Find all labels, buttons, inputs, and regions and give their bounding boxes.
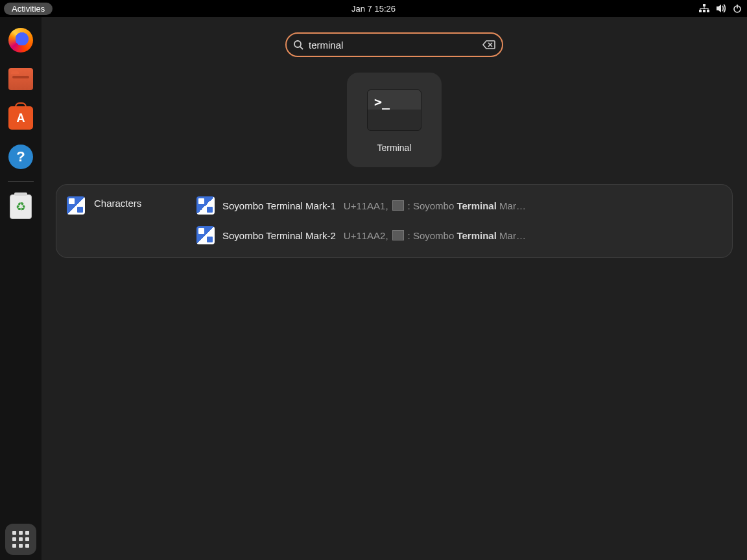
search-field[interactable]: [285, 32, 503, 57]
svg-rect-2: [703, 10, 706, 12]
top-bar: Activities Jan 7 15:26: [0, 0, 747, 17]
dock-help[interactable]: ?: [8, 144, 34, 170]
character-meta: U+11AA2, : Soyombo Terminal Mar…: [344, 230, 526, 241]
character-glyph-icon: [196, 196, 215, 215]
grid-icon: [12, 531, 29, 548]
character-glyph-icon: [196, 226, 215, 244]
svg-rect-0: [703, 4, 706, 6]
placeholder-glyph-icon: [392, 200, 404, 211]
files-icon: [8, 68, 33, 90]
characters-result-row[interactable]: Soyombo Terminal Mark-2 U+11AA2, : Soyom…: [196, 226, 722, 244]
dock-ubuntu-software[interactable]: [8, 105, 34, 131]
characters-results-panel: Characters Soyombo Terminal Mark-1 U+11A…: [56, 184, 733, 258]
dock: ? ♻: [0, 17, 42, 560]
help-icon: ?: [8, 145, 33, 169]
show-applications-button[interactable]: [5, 524, 36, 555]
characters-header[interactable]: Characters: [67, 196, 177, 244]
character-name: Soyombo Terminal Mark-1: [222, 200, 336, 211]
dock-firefox[interactable]: [8, 27, 34, 53]
svg-line-11: [300, 47, 303, 49]
clock[interactable]: Jan 7 15:26: [0, 4, 747, 14]
dock-trash[interactable]: ♻: [8, 194, 34, 220]
search-input[interactable]: [309, 40, 477, 51]
ubuntu-software-icon: [8, 106, 33, 130]
svg-point-10: [294, 41, 301, 47]
network-icon[interactable]: [699, 4, 709, 13]
terminal-icon: >_: [367, 89, 421, 131]
search-icon: [293, 40, 303, 50]
overview-main: >_ Terminal Characters Soyombo Terminal …: [42, 17, 747, 560]
svg-rect-7: [708, 8, 709, 10]
dock-files[interactable]: [8, 66, 34, 92]
volume-icon[interactable]: [716, 4, 726, 13]
characters-header-label: Characters: [94, 196, 141, 209]
characters-result-row[interactable]: Soyombo Terminal Mark-1 U+11AA1, : Soyom…: [196, 196, 722, 215]
svg-rect-5: [700, 8, 709, 9]
character-name: Soyombo Terminal Mark-2: [222, 230, 336, 241]
dock-separator: [8, 181, 34, 182]
characters-app-icon: [67, 196, 85, 215]
characters-result-list: Soyombo Terminal Mark-1 U+11AA1, : Soyom…: [196, 196, 722, 244]
character-meta: U+11AA1, : Soyombo Terminal Mar…: [344, 200, 526, 211]
trash-icon: ♻: [10, 194, 32, 219]
svg-rect-6: [700, 8, 701, 10]
power-icon[interactable]: [733, 4, 742, 13]
activities-button[interactable]: Activities: [4, 3, 53, 15]
app-result-label: Terminal: [377, 143, 412, 153]
app-result-terminal[interactable]: >_ Terminal: [347, 73, 442, 167]
firefox-icon: [8, 28, 33, 52]
system-status-area[interactable]: [699, 0, 742, 17]
placeholder-glyph-icon: [392, 230, 404, 240]
clear-search-button[interactable]: [482, 40, 495, 49]
